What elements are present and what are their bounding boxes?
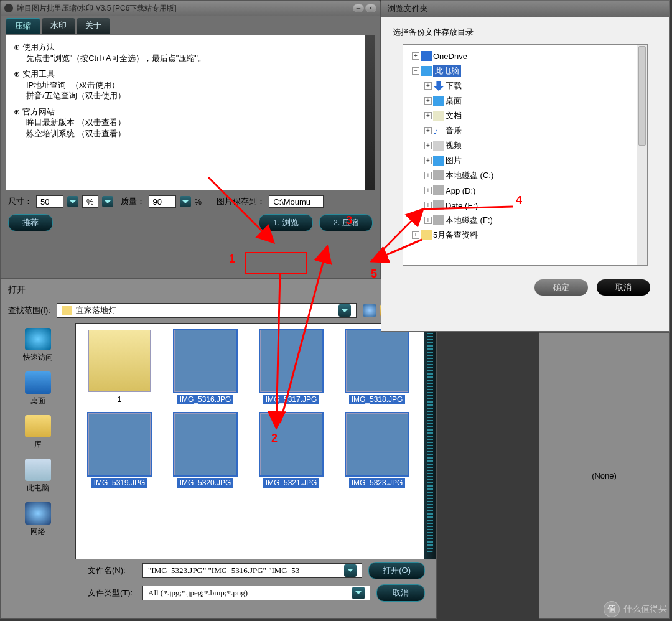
image-thumbnail — [88, 413, 151, 475]
expand-toggle[interactable]: + — [424, 82, 432, 90]
info-heading: 实用工具 — [14, 68, 367, 80]
expand-toggle[interactable]: + — [424, 217, 432, 224]
tree-node[interactable]: +App (D:) — [406, 183, 645, 198]
scrollbar[interactable] — [637, 45, 647, 265]
lookin-value: 宜家落地灯 — [76, 305, 116, 316]
filetype-combo[interactable]: All (*.jpg;*.jpeg;*.bmp;*.png) — [142, 586, 370, 600]
tree-node[interactable]: +本地磁盘 (F:) — [406, 213, 645, 228]
quality-label: 质量： — [121, 196, 145, 207]
size-unit[interactable]: % — [82, 195, 98, 208]
tree-node[interactable]: +Date (E:) — [406, 198, 645, 213]
watermark: 值 什么值得买 — [604, 601, 667, 617]
tab-about[interactable]: 关于 — [77, 18, 110, 34]
chevron-down-icon[interactable] — [338, 304, 351, 317]
file-item[interactable]: IMG_5323.JPG — [340, 413, 414, 488]
info-heading: 官方网站 — [14, 106, 367, 118]
ok-button[interactable]: 确定 — [534, 279, 588, 296]
sidebar-desktop[interactable]: 桌面 — [25, 371, 51, 406]
info-line[interactable]: 炼空培训系统 （双击查看） — [14, 128, 367, 139]
sidebar-libraries[interactable]: 库 — [25, 415, 51, 450]
file-item[interactable]: IMG_5316.JPG — [168, 330, 243, 404]
recommend-button[interactable]: 推荐 — [8, 214, 53, 231]
expand-toggle[interactable]: + — [424, 127, 432, 134]
info-line[interactable]: 拼音/五笔查询（双击使用） — [14, 90, 367, 101]
save-path-input[interactable]: C:\Moumu — [269, 195, 324, 208]
node-icon — [433, 200, 444, 210]
file-label: IMG_5317.JPG — [263, 395, 320, 404]
expand-toggle[interactable]: + — [424, 97, 432, 105]
tree-node[interactable]: +OneDrive — [406, 49, 645, 63]
button-row: 推荐 1. 浏览 2. 压缩 — [1, 208, 380, 238]
folder-tree[interactable]: +OneDrive−此电脑+下载+桌面+文档+♪音乐+视频+图片+本地磁盘 (C… — [403, 44, 648, 266]
size-spinner[interactable] — [67, 196, 78, 207]
image-thumbnail — [346, 330, 408, 392]
expand-toggle[interactable]: + — [412, 52, 419, 60]
minimize-button[interactable]: ─ — [353, 4, 364, 12]
file-item[interactable]: IMG_5318.JPG — [340, 330, 414, 404]
expand-toggle[interactable]: + — [424, 142, 432, 149]
tree-node[interactable]: +5月备查资料 — [406, 228, 645, 243]
filename-input[interactable]: "IMG_5323.JPG" "IMG_5316.JPG" "IMG_53 — [142, 563, 362, 578]
chevron-down-icon[interactable] — [344, 564, 357, 577]
browse-folder-dialog: 浏览文件夹 选择备份文件存放目录 +OneDrive−此电脑+下载+桌面+文档+… — [381, 0, 670, 332]
file-label: IMG_5319.JPG — [91, 478, 148, 488]
unit-spinner[interactable] — [102, 196, 113, 207]
file-item[interactable]: IMG_5317.JPG — [254, 330, 329, 404]
expand-toggle[interactable]: + — [424, 172, 432, 179]
file-item[interactable]: IMG_5320.JPG — [168, 413, 243, 488]
chevron-down-icon[interactable] — [352, 587, 365, 599]
tree-node[interactable]: +视频 — [406, 138, 645, 153]
tree-node[interactable]: +桌面 — [406, 93, 645, 108]
open-confirm-button[interactable]: 打开(O) — [368, 562, 425, 579]
file-item[interactable]: IMG_5319.JPG — [82, 413, 157, 488]
sidebar-network[interactable]: 网络 — [25, 502, 51, 537]
lookin-combo[interactable]: 宜家落地灯 — [57, 303, 357, 318]
expand-toggle[interactable]: + — [424, 112, 432, 119]
open-dialog: 打开 查找范围(I): 宜家落地灯 快速访问 桌面 库 此电脑 网络 1IMG_… — [0, 279, 437, 619]
node-icon — [433, 141, 444, 151]
size-input[interactable]: 50 — [36, 195, 63, 208]
info-line[interactable]: 眸目最新版本 （双击查看） — [14, 117, 367, 128]
watermark-icon: 值 — [604, 601, 620, 617]
expand-toggle[interactable]: + — [424, 157, 432, 164]
quality-spinner[interactable] — [180, 196, 191, 207]
browse-button[interactable]: 1. 浏览 — [259, 214, 312, 231]
tree-node[interactable]: +本地磁盘 (C:) — [406, 168, 645, 183]
close-button[interactable]: × — [365, 4, 376, 12]
info-line[interactable]: IP地址查询 （双击使用） — [14, 80, 367, 91]
tree-node[interactable]: +下载 — [406, 78, 645, 93]
tree-node[interactable]: +文档 — [406, 108, 645, 123]
scrollbar[interactable] — [365, 35, 375, 190]
file-list[interactable]: 1IMG_5316.JPGIMG_5317.JPGIMG_5318.JPGIMG… — [75, 323, 436, 559]
compress-button[interactable]: 2. 压缩 — [319, 214, 373, 231]
expand-toggle[interactable]: + — [424, 187, 432, 194]
expand-toggle[interactable]: + — [412, 231, 419, 239]
expand-toggle[interactable]: − — [412, 67, 419, 75]
info-heading: 使用方法 — [14, 42, 367, 53]
file-item[interactable]: IMG_5321.JPG — [254, 413, 329, 488]
image-thumbnail — [260, 330, 322, 392]
sidebar-quick-access[interactable]: 快速访问 — [23, 328, 53, 363]
main-window: 眸目图片批里压缩/水印 V3.5 [PC6下载站专用版] ─ × 压缩 水印 关… — [0, 0, 381, 279]
lookin-label: 查找范围(I): — [8, 305, 50, 316]
title-bar: 眸目图片批里压缩/水印 V3.5 [PC6下载站专用版] ─ × — [1, 1, 380, 16]
sidebar-this-pc[interactable]: 此电脑 — [25, 459, 51, 493]
tree-node[interactable]: +图片 — [406, 153, 645, 168]
file-item[interactable]: 1 — [82, 330, 157, 404]
back-icon[interactable] — [363, 304, 376, 317]
tab-watermark[interactable]: 水印 — [42, 18, 75, 34]
open-cancel-button[interactable]: 取消 — [376, 584, 425, 602]
file-label: 1 — [115, 395, 124, 404]
node-label: App (D:) — [446, 186, 475, 195]
tab-compress[interactable]: 压缩 — [6, 18, 40, 34]
scrollbar[interactable] — [424, 324, 436, 559]
tree-node[interactable]: −此电脑 — [406, 63, 645, 78]
expand-toggle[interactable]: + — [424, 202, 432, 209]
preview-panel: (None) — [539, 332, 670, 619]
watermark-text: 什么值得买 — [623, 604, 667, 615]
info-line: 先点击"浏览"（按Ctrl+A可全选），最后点"压缩"。 — [14, 53, 367, 64]
quality-input[interactable]: 90 — [149, 195, 176, 208]
cancel-button[interactable]: 取消 — [597, 279, 650, 296]
tree-node[interactable]: +♪音乐 — [406, 123, 645, 138]
node-icon — [433, 156, 444, 166]
